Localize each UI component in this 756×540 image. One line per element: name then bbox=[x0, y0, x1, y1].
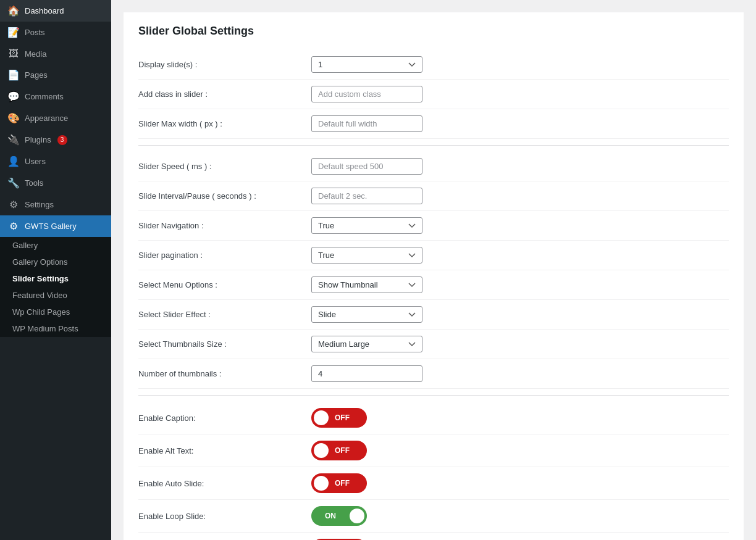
toggle-enable-caption[interactable]: OFF bbox=[311, 408, 367, 428]
form-row-slider-max-width: Slider Max width ( px ) : bbox=[138, 109, 729, 139]
label-slider-pagination: Slider pagination : bbox=[138, 251, 311, 260]
plugins-badge: 3 bbox=[57, 135, 67, 145]
select-thumbnails-size[interactable]: Medium Large Thumbnail Medium Large Full bbox=[311, 336, 422, 352]
sidebar-item-wp-medium-posts[interactable]: WP Medium Posts bbox=[0, 320, 111, 337]
label-display-slides: Display slide(s) : bbox=[138, 60, 311, 69]
sidebar-item-wp-child-pages[interactable]: Wp Child Pages bbox=[0, 304, 111, 320]
sidebar-item-label: Dashboard bbox=[25, 6, 64, 15]
toggle-knob bbox=[314, 476, 329, 491]
form-row-select-menu-options: Select Menu Options : Show Thumbnail Hid… bbox=[138, 270, 729, 300]
toggle-enable-alt-text[interactable]: OFF bbox=[311, 441, 367, 460]
divider-1 bbox=[138, 145, 729, 146]
pages-icon: 📄 bbox=[7, 69, 20, 81]
input-number-thumbnails[interactable] bbox=[311, 365, 422, 382]
sidebar-item-settings[interactable]: ⚙ Settings bbox=[0, 194, 111, 215]
toggle-knob bbox=[314, 443, 329, 458]
form-row-enable-alt-text: Enable Alt Text: OFF bbox=[138, 434, 729, 467]
select-slider-navigation[interactable]: True False bbox=[311, 217, 422, 234]
sidebar-item-label: Users bbox=[25, 157, 46, 166]
divider-2 bbox=[138, 395, 729, 396]
select-display-slides[interactable]: 1 2 3 4 5 bbox=[311, 56, 422, 73]
sidebar-item-label: Media bbox=[25, 49, 46, 59]
form-row-slider-navigation: Slider Navigation : True False bbox=[138, 211, 729, 241]
sidebar-item-gallery[interactable]: Gallery bbox=[0, 237, 111, 254]
input-slider-max-width[interactable] bbox=[311, 115, 422, 132]
sidebar-item-label: GWTS Gallery bbox=[25, 222, 77, 231]
label-slider-speed: Slider Speed ( ms ) : bbox=[138, 162, 311, 171]
toggle-knob bbox=[350, 509, 364, 523]
gallery-options-label: Gallery Options bbox=[12, 257, 68, 267]
media-icon: 🖼 bbox=[7, 48, 20, 59]
form-row-enable-loop-slide: Enable Loop Slide: ON bbox=[138, 500, 729, 533]
label-thumbnails-size: Select Thumbnails Size : bbox=[138, 339, 311, 349]
input-add-class[interactable] bbox=[311, 86, 422, 102]
toggle-enable-loop-slide[interactable]: ON bbox=[311, 506, 367, 526]
toggle-enable-auto-slide[interactable]: OFF bbox=[311, 473, 367, 493]
sidebar-item-posts[interactable]: 📝 Posts bbox=[0, 22, 111, 43]
sidebar-item-label: Plugins bbox=[25, 135, 51, 144]
sidebar-item-label: Pages bbox=[25, 70, 48, 80]
sidebar-item-comments[interactable]: 💬 Comments bbox=[0, 86, 111, 107]
form-row-enable-lightbox: Enable Lightbox Slider : OFF bbox=[138, 533, 729, 540]
posts-icon: 📝 bbox=[7, 27, 20, 38]
gwts-gallery-icon: ⚙ bbox=[7, 220, 20, 232]
label-number-thumbnails: Number of thumbnails : bbox=[138, 369, 311, 378]
comments-icon: 💬 bbox=[7, 91, 20, 102]
sidebar-item-label: Posts bbox=[25, 28, 45, 37]
sidebar: 🏠 Dashboard 📝 Posts 🖼 Media 📄 Pages 💬 Co… bbox=[0, 0, 111, 540]
label-slider-navigation: Slider Navigation : bbox=[138, 221, 311, 230]
label-select-menu-options: Select Menu Options : bbox=[138, 280, 311, 289]
dashboard-icon: 🏠 bbox=[7, 5, 20, 17]
featured-video-label: Featured Video bbox=[12, 291, 67, 300]
sidebar-item-tools[interactable]: 🔧 Tools bbox=[0, 172, 111, 194]
input-slider-speed[interactable] bbox=[311, 158, 422, 175]
form-row-enable-caption: Enable Caption: OFF bbox=[138, 402, 729, 434]
sidebar-item-slider-settings[interactable]: Slider Settings bbox=[0, 270, 111, 287]
sidebar-item-pages[interactable]: 📄 Pages bbox=[0, 64, 111, 86]
sidebar-submenu: Gallery Gallery Options Slider Settings … bbox=[0, 237, 111, 337]
form-row-slider-pagination: Slider pagination : True False bbox=[138, 241, 729, 270]
sidebar-item-gwts-gallery[interactable]: ⚙ GWTS Gallery bbox=[0, 215, 111, 237]
form-row-select-slider-effect: Select Slider Effect : Slide Fade Cube C… bbox=[138, 300, 729, 330]
settings-icon: ⚙ bbox=[7, 199, 20, 210]
label-enable-auto-slide: Enable Auto Slide: bbox=[138, 479, 311, 488]
sidebar-item-label: Comments bbox=[25, 92, 64, 101]
sidebar-item-label: Tools bbox=[25, 178, 43, 188]
form-row-display-slides: Display slide(s) : 1 2 3 4 5 bbox=[138, 50, 729, 80]
sidebar-item-label: Settings bbox=[25, 200, 54, 209]
sidebar-item-users[interactable]: 👤 Users bbox=[0, 151, 111, 172]
wp-medium-posts-label: WP Medium Posts bbox=[12, 324, 78, 333]
form-row-number-thumbnails: Number of thumbnails : bbox=[138, 359, 729, 389]
toggle-knob bbox=[314, 410, 329, 425]
sidebar-item-plugins[interactable]: 🔌 Plugins 3 bbox=[0, 129, 111, 151]
form-row-thumbnails-size: Select Thumbnails Size : Medium Large Th… bbox=[138, 330, 729, 359]
label-enable-caption: Enable Caption: bbox=[138, 413, 311, 423]
label-add-class: Add class in slider : bbox=[138, 89, 311, 99]
input-slide-interval[interactable] bbox=[311, 188, 422, 204]
sidebar-item-featured-video[interactable]: Featured Video bbox=[0, 287, 111, 304]
form-row-slide-interval: Slide Interval/Pause ( seconds ) : bbox=[138, 181, 729, 211]
slider-settings-label: Slider Settings bbox=[12, 274, 69, 283]
sidebar-item-gallery-options[interactable]: Gallery Options bbox=[0, 254, 111, 270]
sidebar-item-media[interactable]: 🖼 Media bbox=[0, 43, 111, 64]
select-slider-effect[interactable]: Slide Fade Cube Coverflow bbox=[311, 306, 422, 323]
label-select-slider-effect: Select Slider Effect : bbox=[138, 310, 311, 319]
toggle-label: OFF bbox=[335, 413, 350, 422]
select-slider-pagination[interactable]: True False bbox=[311, 247, 422, 264]
sidebar-item-appearance[interactable]: 🎨 Appearance bbox=[0, 107, 111, 129]
toggle-label: OFF bbox=[335, 446, 350, 455]
page-title: Slider Global Settings bbox=[138, 25, 729, 38]
users-icon: 👤 bbox=[7, 156, 20, 167]
toggle-label: ON bbox=[325, 512, 336, 520]
tools-icon: 🔧 bbox=[7, 177, 20, 189]
label-slide-interval: Slide Interval/Pause ( seconds ) : bbox=[138, 191, 311, 201]
select-menu-options[interactable]: Show Thumbnail Hide Thumbnail bbox=[311, 276, 422, 293]
form-row-add-class: Add class in slider : bbox=[138, 80, 729, 109]
label-slider-max-width: Slider Max width ( px ) : bbox=[138, 119, 311, 128]
sidebar-item-dashboard[interactable]: 🏠 Dashboard bbox=[0, 0, 111, 22]
form-row-enable-auto-slide: Enable Auto Slide: OFF bbox=[138, 467, 729, 500]
form-row-slider-speed: Slider Speed ( ms ) : bbox=[138, 152, 729, 181]
gallery-label: Gallery bbox=[12, 241, 38, 250]
label-enable-alt-text: Enable Alt Text: bbox=[138, 446, 311, 455]
main-content: Slider Global Settings Display slide(s) … bbox=[111, 0, 756, 540]
